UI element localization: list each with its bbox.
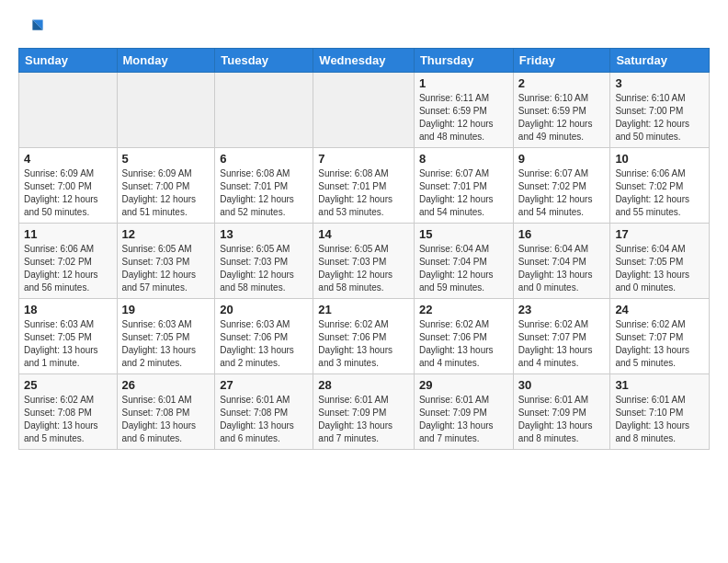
calendar-cell: 27Sunrise: 6:01 AM Sunset: 7:08 PM Dayli… xyxy=(215,374,313,450)
day-number: 12 xyxy=(122,227,210,241)
day-info: Sunrise: 6:01 AM Sunset: 7:08 PM Dayligh… xyxy=(220,394,308,445)
header xyxy=(18,15,710,40)
calendar-cell: 8Sunrise: 6:07 AM Sunset: 7:01 PM Daylig… xyxy=(414,148,513,224)
day-info: Sunrise: 6:02 AM Sunset: 7:07 PM Dayligh… xyxy=(615,318,704,370)
day-info: Sunrise: 6:04 AM Sunset: 7:04 PM Dayligh… xyxy=(419,243,508,294)
week-row-5: 25Sunrise: 6:02 AM Sunset: 7:08 PM Dayli… xyxy=(19,374,710,450)
day-number: 9 xyxy=(518,152,606,166)
day-info: Sunrise: 6:03 AM Sunset: 7:05 PM Dayligh… xyxy=(122,318,210,370)
header-monday: Monday xyxy=(117,49,215,73)
day-info: Sunrise: 6:03 AM Sunset: 7:05 PM Dayligh… xyxy=(24,318,112,370)
calendar-cell: 14Sunrise: 6:05 AM Sunset: 7:03 PM Dayli… xyxy=(313,224,415,299)
day-number: 31 xyxy=(615,378,704,392)
calendar-cell: 17Sunrise: 6:04 AM Sunset: 7:05 PM Dayli… xyxy=(610,224,710,299)
day-info: Sunrise: 6:09 AM Sunset: 7:00 PM Dayligh… xyxy=(122,167,210,219)
calendar-cell: 9Sunrise: 6:07 AM Sunset: 7:02 PM Daylig… xyxy=(513,148,610,224)
day-number: 14 xyxy=(318,227,409,241)
calendar-cell: 18Sunrise: 6:03 AM Sunset: 7:05 PM Dayli… xyxy=(19,299,118,374)
day-info: Sunrise: 6:03 AM Sunset: 7:06 PM Dayligh… xyxy=(220,318,308,370)
calendar-cell: 5Sunrise: 6:09 AM Sunset: 7:00 PM Daylig… xyxy=(117,148,215,224)
calendar-cell: 22Sunrise: 6:02 AM Sunset: 7:06 PM Dayli… xyxy=(414,299,513,374)
day-number: 16 xyxy=(518,227,606,241)
calendar-cell: 2Sunrise: 6:10 AM Sunset: 6:59 PM Daylig… xyxy=(513,73,610,148)
day-info: Sunrise: 6:08 AM Sunset: 7:01 PM Dayligh… xyxy=(318,167,409,219)
day-number: 11 xyxy=(24,227,112,241)
day-info: Sunrise: 6:09 AM Sunset: 7:00 PM Dayligh… xyxy=(24,167,112,219)
calendar-cell: 3Sunrise: 6:10 AM Sunset: 7:00 PM Daylig… xyxy=(610,73,710,148)
day-number: 1 xyxy=(419,76,508,90)
header-sunday: Sunday xyxy=(19,49,118,73)
calendar-cell: 30Sunrise: 6:01 AM Sunset: 7:09 PM Dayli… xyxy=(513,374,610,450)
logo-icon xyxy=(18,15,44,40)
calendar-cell xyxy=(19,73,118,148)
calendar-cell: 28Sunrise: 6:01 AM Sunset: 7:09 PM Dayli… xyxy=(313,374,415,450)
calendar-cell: 25Sunrise: 6:02 AM Sunset: 7:08 PM Dayli… xyxy=(19,374,118,450)
day-info: Sunrise: 6:01 AM Sunset: 7:09 PM Dayligh… xyxy=(318,394,409,445)
day-info: Sunrise: 6:05 AM Sunset: 7:03 PM Dayligh… xyxy=(220,243,308,294)
calendar-cell xyxy=(117,73,215,148)
day-number: 25 xyxy=(24,378,112,392)
calendar-cell: 29Sunrise: 6:01 AM Sunset: 7:09 PM Dayli… xyxy=(414,374,513,450)
header-thursday: Thursday xyxy=(414,49,513,73)
calendar-cell: 15Sunrise: 6:04 AM Sunset: 7:04 PM Dayli… xyxy=(414,224,513,299)
header-tuesday: Tuesday xyxy=(215,49,313,73)
day-number: 20 xyxy=(220,303,308,316)
week-row-1: 1Sunrise: 6:11 AM Sunset: 6:59 PM Daylig… xyxy=(19,73,710,148)
calendar-cell: 4Sunrise: 6:09 AM Sunset: 7:00 PM Daylig… xyxy=(19,148,118,224)
day-number: 22 xyxy=(419,303,508,316)
day-number: 30 xyxy=(518,378,606,392)
day-number: 18 xyxy=(24,303,112,316)
week-row-4: 18Sunrise: 6:03 AM Sunset: 7:05 PM Dayli… xyxy=(19,299,710,374)
day-number: 17 xyxy=(615,227,704,241)
day-info: Sunrise: 6:06 AM Sunset: 7:02 PM Dayligh… xyxy=(615,167,704,219)
calendar-cell: 24Sunrise: 6:02 AM Sunset: 7:07 PM Dayli… xyxy=(610,299,710,374)
day-info: Sunrise: 6:07 AM Sunset: 7:01 PM Dayligh… xyxy=(419,167,508,219)
calendar-cell xyxy=(215,73,313,148)
calendar-cell: 21Sunrise: 6:02 AM Sunset: 7:06 PM Dayli… xyxy=(313,299,415,374)
day-number: 8 xyxy=(419,152,508,166)
week-row-3: 11Sunrise: 6:06 AM Sunset: 7:02 PM Dayli… xyxy=(19,224,710,299)
day-info: Sunrise: 6:01 AM Sunset: 7:09 PM Dayligh… xyxy=(419,394,508,445)
day-info: Sunrise: 6:02 AM Sunset: 7:08 PM Dayligh… xyxy=(24,394,112,445)
calendar-cell: 23Sunrise: 6:02 AM Sunset: 7:07 PM Dayli… xyxy=(513,299,610,374)
day-number: 21 xyxy=(318,303,409,316)
day-number: 26 xyxy=(122,378,210,392)
calendar-header-row: SundayMondayTuesdayWednesdayThursdayFrid… xyxy=(19,49,710,73)
calendar-cell: 31Sunrise: 6:01 AM Sunset: 7:10 PM Dayli… xyxy=(610,374,710,450)
day-info: Sunrise: 6:01 AM Sunset: 7:10 PM Dayligh… xyxy=(615,394,704,445)
calendar-cell xyxy=(313,73,415,148)
day-info: Sunrise: 6:01 AM Sunset: 7:08 PM Dayligh… xyxy=(122,394,210,445)
day-info: Sunrise: 6:07 AM Sunset: 7:02 PM Dayligh… xyxy=(518,167,606,219)
day-info: Sunrise: 6:05 AM Sunset: 7:03 PM Dayligh… xyxy=(318,243,409,294)
day-number: 28 xyxy=(318,378,409,392)
day-info: Sunrise: 6:10 AM Sunset: 7:00 PM Dayligh… xyxy=(615,92,704,144)
day-number: 24 xyxy=(615,303,704,316)
day-number: 23 xyxy=(518,303,606,316)
day-number: 4 xyxy=(24,152,112,166)
calendar-table: SundayMondayTuesdayWednesdayThursdayFrid… xyxy=(18,48,710,450)
header-friday: Friday xyxy=(513,49,610,73)
calendar-cell: 16Sunrise: 6:04 AM Sunset: 7:04 PM Dayli… xyxy=(513,224,610,299)
calendar-cell: 20Sunrise: 6:03 AM Sunset: 7:06 PM Dayli… xyxy=(215,299,313,374)
day-info: Sunrise: 6:04 AM Sunset: 7:05 PM Dayligh… xyxy=(615,243,704,294)
page: SundayMondayTuesdayWednesdayThursdayFrid… xyxy=(0,0,728,465)
day-number: 13 xyxy=(220,227,308,241)
day-number: 6 xyxy=(220,152,308,166)
day-info: Sunrise: 6:08 AM Sunset: 7:01 PM Dayligh… xyxy=(220,167,308,219)
day-info: Sunrise: 6:05 AM Sunset: 7:03 PM Dayligh… xyxy=(122,243,210,294)
day-info: Sunrise: 6:11 AM Sunset: 6:59 PM Dayligh… xyxy=(419,92,508,144)
day-info: Sunrise: 6:06 AM Sunset: 7:02 PM Dayligh… xyxy=(24,243,112,294)
header-saturday: Saturday xyxy=(610,49,710,73)
day-number: 2 xyxy=(518,76,606,90)
day-info: Sunrise: 6:02 AM Sunset: 7:07 PM Dayligh… xyxy=(518,318,606,370)
day-info: Sunrise: 6:02 AM Sunset: 7:06 PM Dayligh… xyxy=(318,318,409,370)
calendar-cell: 26Sunrise: 6:01 AM Sunset: 7:08 PM Dayli… xyxy=(117,374,215,450)
day-number: 19 xyxy=(122,303,210,316)
day-number: 7 xyxy=(318,152,409,166)
week-row-2: 4Sunrise: 6:09 AM Sunset: 7:00 PM Daylig… xyxy=(19,148,710,224)
day-number: 27 xyxy=(220,378,308,392)
calendar-cell: 13Sunrise: 6:05 AM Sunset: 7:03 PM Dayli… xyxy=(215,224,313,299)
day-number: 10 xyxy=(615,152,704,166)
calendar-cell: 19Sunrise: 6:03 AM Sunset: 7:05 PM Dayli… xyxy=(117,299,215,374)
day-info: Sunrise: 6:04 AM Sunset: 7:04 PM Dayligh… xyxy=(518,243,606,294)
